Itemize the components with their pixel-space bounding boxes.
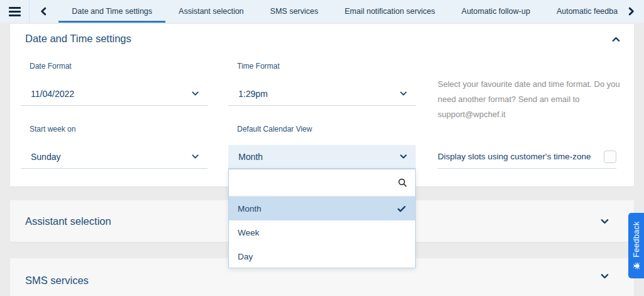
feedback-inner: Feedback xyxy=(632,221,641,270)
feedback-label: Feedback xyxy=(632,221,641,257)
help-line: Select your favourite date and time form… xyxy=(438,77,624,92)
date-format-field: Date Format 11/04/2022 xyxy=(21,62,208,106)
collapse-panel-button[interactable] xyxy=(611,34,621,45)
dropdown-search-row xyxy=(229,169,415,196)
chevron-down-icon xyxy=(599,271,610,282)
hamburger-icon xyxy=(9,7,21,16)
chevron-left-icon xyxy=(39,6,49,16)
dropdown-option-week[interactable]: Week xyxy=(229,220,415,244)
chevron-up-icon xyxy=(611,34,621,45)
settings-page: Date and Time settings Assistant selecti… xyxy=(0,0,644,296)
tab-label: Date and Time settings xyxy=(72,7,152,16)
chevron-down-icon xyxy=(399,89,408,98)
tab-email-notification-services[interactable]: Email notification services xyxy=(331,0,448,23)
tab-label: Automatic follow-up xyxy=(462,7,530,16)
calendar-view-dropdown: Month Week Day xyxy=(228,169,416,268)
section-title: SMS services xyxy=(25,275,89,287)
menu-button[interactable] xyxy=(0,0,30,23)
tab-label: Assistant selection xyxy=(179,7,244,16)
search-icon xyxy=(397,178,408,188)
field-label: Date Format xyxy=(21,62,208,71)
default-calendar-view-field: Default Calendar View Month xyxy=(228,125,416,169)
dropdown-option-day[interactable]: Day xyxy=(229,244,415,268)
date-time-settings-panel: Date and Time settings Date Format 11/04… xyxy=(10,24,634,186)
start-week-on-select[interactable]: Sunday xyxy=(21,145,208,169)
check-icon xyxy=(397,204,406,213)
dropdown-option-month[interactable]: Month xyxy=(229,196,415,220)
section-title: Assistant selection xyxy=(25,215,111,227)
chevron-down-icon xyxy=(399,152,408,161)
date-format-select[interactable]: 11/04/2022 xyxy=(21,82,208,106)
selected-value: Month xyxy=(238,152,263,162)
option-label: Week xyxy=(238,228,259,237)
option-label: Month xyxy=(238,204,262,213)
selected-value: 11/04/2022 xyxy=(31,89,74,99)
timezone-checkbox[interactable] xyxy=(604,151,616,163)
selected-value: 1:29pm xyxy=(238,89,268,99)
help-line: need another format? Send an email to xyxy=(438,92,624,107)
tab-sms-services[interactable]: SMS services xyxy=(257,0,331,23)
tab-date-and-time-settings[interactable]: Date and Time settings xyxy=(58,0,165,23)
timezone-toggle-row: Display slots using customer's time-zone xyxy=(438,145,616,169)
date-time-help-text: Select your favourite date and time form… xyxy=(438,77,624,122)
chevron-right-icon xyxy=(626,6,636,16)
tab-automatic-follow-up[interactable]: Automatic follow-up xyxy=(448,0,543,23)
field-label: Start week on xyxy=(21,125,208,134)
tab-list: Date and Time settings Assistant selecti… xyxy=(58,0,618,23)
field-label: Time Format xyxy=(228,62,416,71)
start-week-on-field: Start week on Sunday xyxy=(21,125,208,169)
tabs-scroll-right-button[interactable] xyxy=(618,0,644,23)
tabs-scroll-left-button[interactable] xyxy=(30,0,58,23)
option-label: Day xyxy=(238,252,253,261)
timezone-toggle-label: Display slots using customer's time-zone xyxy=(438,152,591,161)
bug-icon xyxy=(632,262,640,270)
chevron-down-icon xyxy=(599,216,610,227)
tab-label: Automatic feedback reminder xyxy=(557,7,618,16)
tab-automatic-feedback-reminder[interactable]: Automatic feedback reminder xyxy=(543,0,618,23)
time-format-select[interactable]: 1:29pm xyxy=(228,82,416,106)
feedback-button[interactable]: Feedback xyxy=(628,213,644,278)
tab-label: Email notification services xyxy=(345,7,435,16)
tab-assistant-selection[interactable]: Assistant selection xyxy=(165,0,257,23)
dropdown-search-input[interactable] xyxy=(236,178,397,188)
time-format-field: Time Format 1:29pm xyxy=(228,62,416,106)
tab-bar: Date and Time settings Assistant selecti… xyxy=(0,0,644,23)
tab-label: SMS services xyxy=(270,7,318,16)
field-label: Default Calendar View xyxy=(228,125,416,134)
help-line: support@wpchef.it xyxy=(438,107,624,122)
panel-title: Date and Time settings xyxy=(25,33,131,45)
chevron-down-icon xyxy=(191,152,200,161)
chevron-down-icon xyxy=(191,89,200,98)
selected-value: Sunday xyxy=(31,152,60,162)
default-calendar-view-select[interactable]: Month xyxy=(228,145,416,169)
